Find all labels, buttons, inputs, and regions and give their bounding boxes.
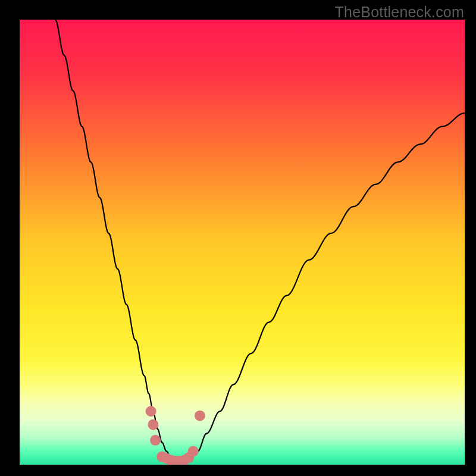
curve-marker — [150, 435, 161, 446]
curve-marker — [148, 419, 158, 430]
curve-marker — [188, 446, 199, 457]
watermark-text: TheBottleneck.com — [335, 4, 464, 21]
chart-frame: TheBottleneck.com — [0, 0, 476, 476]
bottleneck-curve — [20, 20, 465, 465]
plot-area — [20, 20, 465, 465]
curve-marker — [146, 406, 156, 416]
curve-marker — [195, 411, 205, 421]
